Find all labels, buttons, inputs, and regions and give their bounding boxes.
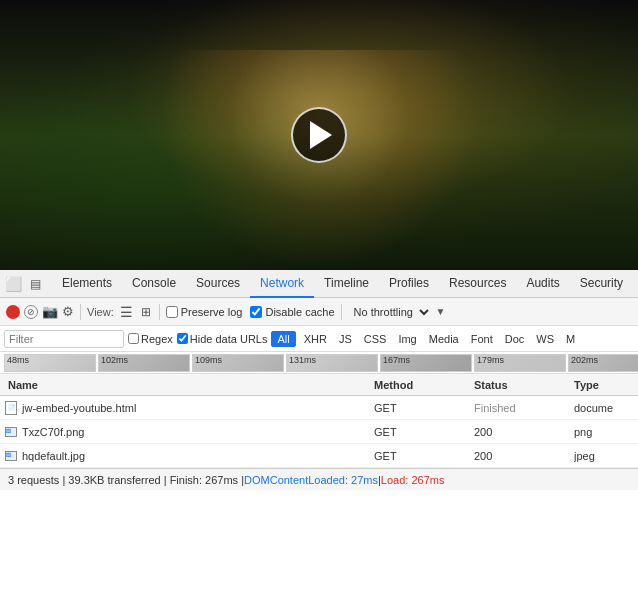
tab-audits[interactable]: Audits — [516, 270, 569, 298]
timeline-thumb-5[interactable]: 179ms — [474, 354, 566, 372]
tab-security[interactable]: Security — [570, 270, 633, 298]
filter-media[interactable]: Media — [425, 332, 463, 346]
video-player[interactable] — [0, 0, 638, 270]
col-method-header: Method — [374, 379, 474, 391]
tab-sources[interactable]: Sources — [186, 270, 250, 298]
status-bar: 3 requests | 39.3KB transferred | Finish… — [0, 468, 638, 490]
row-status-2: 200 — [474, 450, 574, 462]
row-status-1: 200 — [474, 426, 574, 438]
table-body: 📄 jw-embed-youtube.html GET Finished doc… — [0, 396, 638, 468]
screenshot-icon[interactable]: 📷 — [42, 304, 58, 319]
file-icon-img-2: 🖼 — [4, 449, 18, 463]
tab-resources[interactable]: Resources — [439, 270, 516, 298]
throttle-arrow-icon: ▼ — [436, 306, 446, 317]
timeline-thumb-1[interactable]: 102ms — [98, 354, 190, 372]
regex-checkbox[interactable]: Regex — [128, 333, 173, 345]
disable-cache-input[interactable] — [250, 306, 262, 318]
timeline-thumb-0[interactable]: 48ms — [4, 354, 96, 372]
table-header: Name Method Status Type — [0, 374, 638, 396]
row-type-1: png — [574, 426, 634, 438]
timeline-bar: 48ms 102ms 109ms 131ms 167ms 179ms 202ms — [0, 352, 638, 374]
view-label: View: — [87, 306, 114, 318]
filter-font[interactable]: Font — [467, 332, 497, 346]
row-method-2: GET — [374, 450, 474, 462]
status-text: 3 requests | 39.3KB transferred | Finish… — [8, 474, 244, 486]
play-icon — [310, 121, 332, 149]
filter-css[interactable]: CSS — [360, 332, 391, 346]
clear-button[interactable]: ⊘ — [24, 305, 38, 319]
play-button[interactable] — [291, 107, 347, 163]
filter-more[interactable]: M — [562, 332, 579, 346]
view-list-icon[interactable]: ☰ — [120, 304, 133, 320]
table-row[interactable]: 🖼 hqdefault.jpg GET 200 jpeg — [0, 444, 638, 468]
row-name-0: 📄 jw-embed-youtube.html — [4, 401, 374, 415]
tab-timeline[interactable]: Timeline — [314, 270, 379, 298]
row-type-0: docume — [574, 402, 634, 414]
device-icon[interactable]: ⬜ — [4, 275, 22, 293]
tab-profiles[interactable]: Profiles — [379, 270, 439, 298]
load-link[interactable]: Load: 267ms — [381, 474, 445, 486]
tab-network[interactable]: Network — [250, 270, 314, 298]
network-toolbar: ⊘ 📷 ⚙ View: ☰ ⊞ Preserve log Disable cac… — [0, 298, 638, 326]
regex-input[interactable] — [128, 333, 139, 344]
record-button[interactable] — [6, 305, 20, 319]
col-name-header: Name — [4, 379, 374, 391]
timeline-thumb-6[interactable]: 202ms — [568, 354, 638, 372]
throttle-select[interactable]: No throttling — [348, 305, 432, 319]
table-row[interactable]: 📄 jw-embed-youtube.html GET Finished doc… — [0, 396, 638, 420]
filter-img[interactable]: Img — [394, 332, 420, 346]
preserve-log-input[interactable] — [166, 306, 178, 318]
separator — [80, 304, 81, 320]
filter-icon[interactable]: ⚙ — [62, 304, 74, 319]
devtools-tab-bar: ⬜ ▤ Elements Console Sources Network Tim… — [0, 270, 638, 298]
row-name-1: 🖼 TxzC70f.png — [4, 425, 374, 439]
timeline-thumb-4[interactable]: 167ms — [380, 354, 472, 372]
view-grid-icon[interactable]: ⊞ — [141, 305, 151, 319]
row-method-0: GET — [374, 402, 474, 414]
hide-data-urls-input[interactable] — [177, 333, 188, 344]
row-method-1: GET — [374, 426, 474, 438]
separator3 — [341, 304, 342, 320]
row-type-2: jpeg — [574, 450, 634, 462]
col-status-header: Status — [474, 379, 574, 391]
tab-elements[interactable]: Elements — [52, 270, 122, 298]
filter-ws[interactable]: WS — [532, 332, 558, 346]
file-icon-doc-0: 📄 — [4, 401, 18, 415]
filter-input[interactable] — [4, 330, 124, 348]
row-status-0: Finished — [474, 402, 574, 414]
filter-xhr[interactable]: XHR — [300, 332, 331, 346]
preserve-log-checkbox[interactable]: Preserve log — [166, 306, 243, 318]
file-icon-img-1: 🖼 — [4, 425, 18, 439]
separator2 — [159, 304, 160, 320]
dom-content-loaded-link[interactable]: DOMContentLoaded: 27ms — [244, 474, 378, 486]
filter-js[interactable]: JS — [335, 332, 356, 346]
filter-doc[interactable]: Doc — [501, 332, 529, 346]
dock-icon[interactable]: ▤ — [26, 275, 44, 293]
timeline-thumb-3[interactable]: 131ms — [286, 354, 378, 372]
filter-all-button[interactable]: All — [271, 331, 295, 347]
hide-data-urls-checkbox[interactable]: Hide data URLs — [177, 333, 268, 345]
filter-bar: Regex Hide data URLs All XHR JS CSS Img … — [0, 326, 638, 352]
col-type-header: Type — [574, 379, 634, 391]
disable-cache-checkbox[interactable]: Disable cache — [250, 306, 334, 318]
row-name-2: 🖼 hqdefault.jpg — [4, 449, 374, 463]
timeline-thumb-2[interactable]: 109ms — [192, 354, 284, 372]
tab-console[interactable]: Console — [122, 270, 186, 298]
table-row[interactable]: 🖼 TxzC70f.png GET 200 png — [0, 420, 638, 444]
